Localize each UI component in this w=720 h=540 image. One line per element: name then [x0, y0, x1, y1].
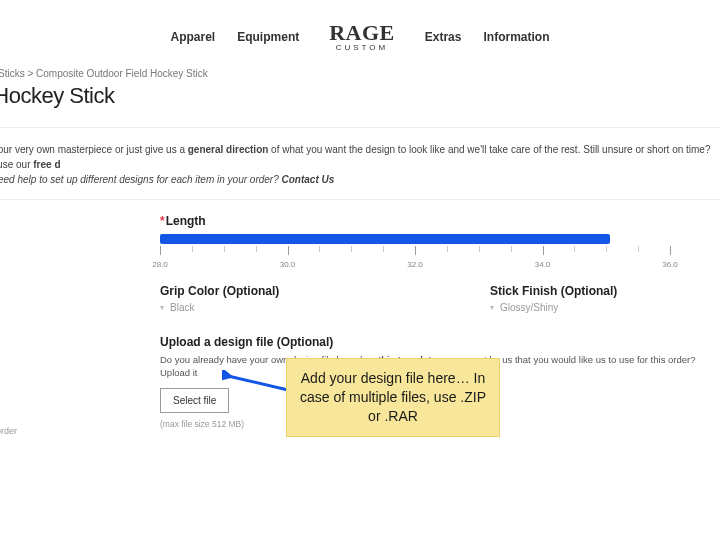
slider-ticks	[160, 246, 670, 260]
top-nav: Apparel Equipment RAGE CUSTOM Extras Inf…	[0, 0, 720, 60]
logo-brand: RAGE	[329, 22, 395, 44]
nav-information[interactable]: Information	[483, 30, 549, 44]
logo-subtext: CUSTOM	[336, 44, 389, 52]
intro-text: ate your very own masterpiece or just gi…	[0, 128, 720, 191]
divider	[0, 199, 720, 200]
grip-color-dropdown[interactable]: ▾ Black	[160, 302, 390, 313]
grip-color-value: Black	[170, 302, 194, 313]
chevron-down-icon: ▾	[490, 303, 494, 312]
stick-finish-value: Glossy/Shiny	[500, 302, 558, 313]
required-star: *	[160, 214, 165, 228]
slider-track[interactable]	[160, 234, 610, 244]
nav-extras[interactable]: Extras	[425, 30, 462, 44]
nav-apparel[interactable]: Apparel	[171, 30, 216, 44]
annotation-callout: Add your design file here… In case of mu…	[286, 358, 500, 437]
nav-equipment[interactable]: Equipment	[237, 30, 299, 44]
sidebar-order-hint: your order	[0, 426, 17, 436]
page-title: d Hockey Stick	[0, 83, 720, 128]
stick-finish-dropdown[interactable]: ▾ Glossy/Shiny	[490, 302, 720, 313]
contact-us-link[interactable]: Contact Us	[282, 174, 335, 185]
breadcrumb[interactable]: ey > Sticks > Composite Outdoor Field Ho…	[0, 60, 720, 83]
upload-label: Upload a design file (Optional)	[160, 335, 720, 349]
length-slider[interactable]: 28.030.032.034.036.0	[160, 234, 680, 272]
select-file-button[interactable]: Select file	[160, 388, 229, 413]
stick-finish-label: Stick Finish (Optional)	[490, 284, 720, 298]
slider-tick-labels: 28.030.032.034.036.0	[160, 260, 670, 272]
logo[interactable]: RAGE CUSTOM	[321, 22, 403, 52]
length-label: *Length	[160, 214, 720, 228]
grip-color-label: Grip Color (Optional)	[160, 284, 390, 298]
chevron-down-icon: ▾	[160, 303, 164, 312]
